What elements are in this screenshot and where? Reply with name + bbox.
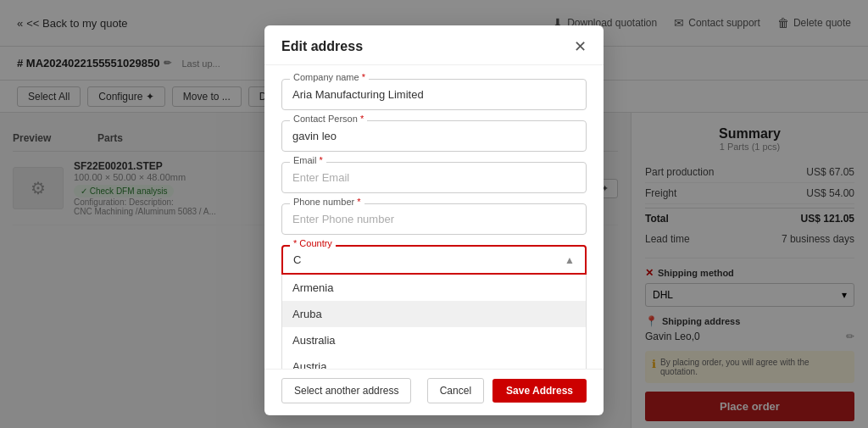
save-address-button[interactable]: Save Address (492, 379, 587, 403)
modal-body: Company name * Contact Person * Email * (264, 65, 604, 369)
company-name-input[interactable] (281, 79, 587, 110)
company-name-label: Company name * (290, 72, 369, 82)
country-dropdown: ArmeniaArubaAustraliaAustriaAzerbaijan (281, 275, 587, 369)
contact-person-group: Contact Person * (281, 120, 587, 152)
country-option[interactable]: Austria (282, 353, 586, 369)
chevron-up-icon: ▲ (565, 254, 575, 266)
cancel-button[interactable]: Cancel (427, 378, 484, 403)
phone-input[interactable] (281, 203, 587, 235)
email-input[interactable] (281, 162, 587, 193)
country-input-wrapper[interactable]: ▲ (281, 245, 587, 275)
contact-person-input[interactable] (281, 120, 587, 152)
country-option[interactable]: Aruba (282, 301, 586, 327)
modal-overlay: Edit address ✕ Company name * Contact Pe… (0, 0, 868, 428)
select-another-address-button[interactable]: Select another address (281, 378, 411, 403)
modal-close-button[interactable]: ✕ (574, 39, 587, 54)
country-search-input[interactable] (293, 253, 565, 266)
contact-person-label: Contact Person * (290, 114, 367, 124)
country-option[interactable]: Armenia (282, 275, 586, 301)
phone-number-group: Phone number * (281, 203, 587, 235)
company-name-group: Company name * (281, 79, 587, 110)
modal-footer: Select another address Cancel Save Addre… (264, 369, 604, 415)
modal-header: Edit address ✕ (264, 25, 604, 65)
email-label: Email * (290, 155, 326, 165)
country-label: * Country (290, 238, 336, 248)
country-group: * Country ▲ ArmeniaArubaAustraliaAustria… (281, 245, 587, 369)
phone-label: Phone number * (290, 197, 364, 207)
country-option[interactable]: Australia (282, 327, 586, 353)
modal-title: Edit address (281, 39, 363, 54)
edit-address-modal: Edit address ✕ Company name * Contact Pe… (264, 25, 604, 415)
email-group: Email * (281, 162, 587, 193)
